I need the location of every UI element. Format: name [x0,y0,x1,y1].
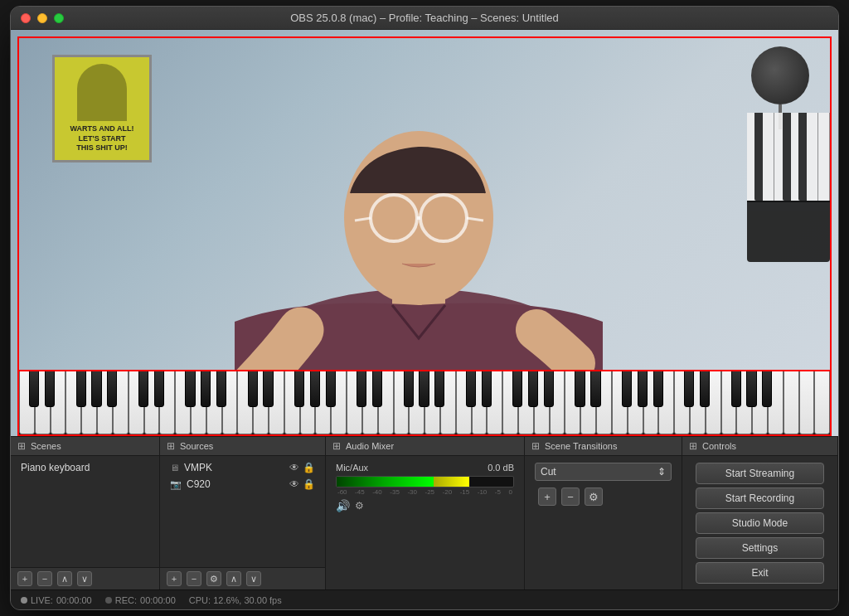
volume-icon[interactable]: 🔊 [336,499,350,512]
track-name: Mic/Aux [336,463,368,473]
black-key-2-3[interactable] [294,370,304,407]
scenes-header: ⊞ Scenes [11,437,159,456]
meter-scale: -60 -45 -40 -35 -30 -25 -20 -15 -10 -5 0 [336,488,514,496]
scenes-down-button[interactable]: ∨ [77,571,92,586]
minimize-button[interactable] [37,13,47,23]
black-key-6-3[interactable] [731,370,741,407]
track-level: 0.0 dB [488,463,514,473]
black-key-6-0[interactable] [684,370,694,407]
exit-button[interactable]: Exit [696,562,824,584]
transitions-header: ⊞ Scene Transitions [525,437,682,456]
cpu-info: CPU: 12.6%, 30.00 fps [189,595,282,605]
studio-mode-button[interactable]: Studio Mode [696,512,824,534]
black-key-3-5[interactable] [434,370,444,407]
piano-prop [747,113,830,262]
black-key-2-1[interactable] [263,370,273,407]
sources-up-button[interactable]: ∧ [226,571,241,586]
audio-settings-icon[interactable]: ⚙ [355,500,364,512]
black-key-5-1[interactable] [590,370,600,407]
start-recording-button[interactable]: Start Recording [696,487,824,509]
controls-label: Controls [702,441,736,451]
black-key-3-3[interactable] [404,370,414,407]
black-key-3-0[interactable] [357,370,366,407]
black-key-5-3[interactable] [622,370,632,407]
black-key-5-5[interactable] [653,370,663,407]
source-vmpk[interactable]: 🖥 VMPK 👁 🔒 [167,459,318,476]
live-label: LIVE: [31,595,53,605]
scenes-add-button[interactable]: + [17,571,32,586]
black-key-6-1[interactable] [700,370,710,407]
black-key-2-4[interactable] [310,370,320,407]
sources-remove-button[interactable]: − [187,571,201,586]
source-c920[interactable]: 📷 C920 👁 🔒 [167,476,318,492]
black-key-1-4[interactable] [201,370,211,407]
sources-settings-button[interactable]: ⚙ [206,571,221,586]
black-key-6-4[interactable] [746,370,756,407]
transition-controls: + − ⚙ [531,484,675,509]
black-key-0-3[interactable] [76,370,86,407]
black-key-0-0[interactable] [29,370,39,407]
white-key-50[interactable] [799,370,815,434]
sources-content: 🖥 VMPK 👁 🔒 📷 C920 👁 🔒 [160,456,325,567]
white-key-49[interactable] [784,370,799,434]
black-key-6-5[interactable] [762,370,772,407]
start-streaming-button[interactable]: Start Streaming [696,463,824,484]
audio-header: ⊞ Audio Mixer [326,437,524,456]
scenes-label: Scenes [31,441,61,451]
scenes-remove-button[interactable]: − [37,571,52,586]
black-key-0-1[interactable] [45,370,55,407]
vmpk-eye-icon[interactable]: 👁 [289,462,299,473]
black-key-4-0[interactable] [466,370,476,407]
vmpk-lock-icon[interactable]: 🔒 [303,462,315,473]
controls-panel: ⊞ Controls Start Streaming Start Recordi… [682,437,838,589]
transition-add-button[interactable]: + [538,487,556,506]
black-key-4-4[interactable] [528,370,538,407]
black-key-0-4[interactable] [91,370,101,407]
sources-footer: + − ⚙ ∧ ∨ [160,567,325,589]
sources-label: Sources [180,441,213,451]
maximize-button[interactable] [54,13,64,23]
scenes-content[interactable]: Piano keyboard [11,456,159,567]
meter-green [337,477,434,487]
scenes-up-button[interactable]: ∧ [57,571,72,586]
obs-window: OBS 25.0.8 (mac) – Profile: Teaching – S… [10,6,839,610]
c920-eye-icon[interactable]: 👁 [289,478,299,490]
black-key-1-1[interactable] [154,370,164,407]
black-key-4-1[interactable] [482,370,492,407]
transition-remove-button[interactable]: − [561,487,580,506]
black-key-3-1[interactable] [372,370,382,407]
source-c920-actions: 👁 🔒 [289,478,315,490]
black-key-1-0[interactable] [138,370,148,407]
black-key-2-0[interactable] [248,370,258,407]
black-key-3-4[interactable] [419,370,429,407]
black-key-4-5[interactable] [544,370,554,407]
transition-dropdown[interactable]: Cut ⇕ [535,463,672,481]
source-vmpk-label: VMPK [184,462,212,473]
white-key-51[interactable] [814,370,830,434]
audio-icon: ⊞ [332,440,341,452]
scenes-panel: ⊞ Scenes Piano keyboard + − ∧ ∨ [11,437,160,589]
black-key-4-3[interactable] [512,370,522,407]
audio-track-mic: Mic/Aux 0.0 dB -60 -45 -40 -35 -30 -25 [332,459,517,516]
meter-yellow [434,477,469,487]
audio-mixer-panel: ⊞ Audio Mixer Mic/Aux 0.0 dB -60 -45 [326,437,525,589]
black-key-1-3[interactable] [185,370,195,407]
black-key-5-4[interactable] [638,370,648,407]
black-key-5-0[interactable] [575,370,585,407]
sources-down-button[interactable]: ∨ [246,571,261,586]
transition-settings-button[interactable]: ⚙ [585,487,603,506]
scene-item-piano[interactable]: Piano keyboard [17,459,153,476]
controls-header: ⊞ Controls [682,437,837,456]
rec-time: 00:00:00 [140,595,176,605]
c920-lock-icon[interactable]: 🔒 [303,478,315,490]
sources-header: ⊞ Sources [160,437,325,456]
settings-button[interactable]: Settings [696,537,824,559]
rec-indicator [105,597,112,604]
scene-transitions-panel: ⊞ Scene Transitions Cut ⇕ + − ⚙ [525,437,682,589]
sources-add-button[interactable]: + [167,571,182,586]
black-key-0-5[interactable] [107,370,117,407]
black-key-2-5[interactable] [326,370,336,407]
black-key-1-5[interactable] [216,370,226,407]
window-title: OBS 25.0.8 (mac) – Profile: Teaching – S… [290,12,558,24]
close-button[interactable] [21,13,31,23]
